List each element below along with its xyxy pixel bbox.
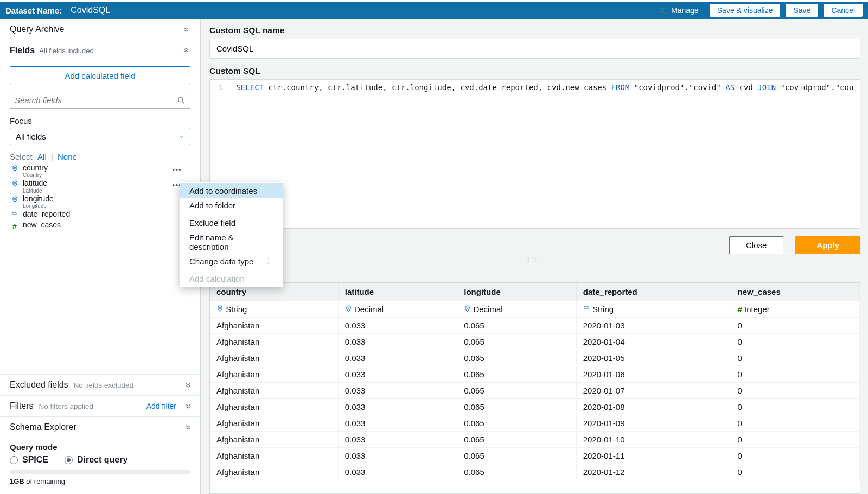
main-area: Custom SQL name Custom SQL 1 SELECT ctr.… — [201, 19, 868, 494]
pin-icon — [464, 305, 471, 312]
app-header: Dataset Name: CovidSQL Manage Save & vis… — [0, 2, 868, 19]
dataset-tab-row: Dataset — [209, 265, 860, 282]
cancel-button[interactable]: Cancel — [824, 4, 863, 17]
svg-point-1 — [14, 167, 16, 169]
field-context-menu: Add to coordinates Add to folder Exclude… — [180, 182, 283, 287]
field-item-longitude[interactable]: longitudeLongitude — [10, 194, 190, 210]
left-panel: Query Archive FieldsAll fields included … — [0, 19, 201, 494]
tag-icon — [11, 211, 18, 218]
field-item-new_cases[interactable]: #new_cases — [10, 220, 190, 231]
ctx-add-calculation: Add calculation — [180, 271, 283, 286]
hash-icon: # — [12, 222, 17, 231]
fields-body: Add calculated field Focus All fields Se… — [0, 61, 200, 237]
table-row[interactable]: Afghanistan0.0330.0652020-01-040 — [210, 334, 860, 350]
svg-point-2 — [14, 182, 16, 184]
column-type-cell[interactable]: String — [576, 301, 731, 318]
ctx-add-to-coordinates[interactable]: Add to coordinates — [180, 183, 283, 198]
chevron-right-icon: 〉 — [267, 257, 273, 266]
pin-icon — [216, 305, 224, 312]
table-row[interactable]: Afghanistan0.0330.0652020-01-120 — [210, 464, 860, 480]
table-row[interactable]: Afghanistan0.0330.0652020-01-110 — [210, 448, 860, 464]
pin-icon — [11, 180, 18, 187]
field-more-icon[interactable]: ••• — [172, 166, 182, 174]
column-type-cell[interactable]: # Integer — [731, 301, 859, 318]
select-all-link[interactable]: All — [37, 152, 47, 161]
field-item-country[interactable]: countryCountry••• — [10, 163, 190, 179]
table-row[interactable]: Afghanistan0.0330.0652020-01-100 — [210, 432, 860, 448]
chevron-double-down-icon — [184, 402, 193, 410]
spice-progress-bar — [10, 470, 190, 474]
manage-button[interactable]: Manage — [654, 4, 704, 17]
table-row[interactable]: Afghanistan0.0330.0652020-01-060 — [210, 366, 860, 383]
ctx-exclude-field[interactable]: Exclude field — [180, 216, 283, 230]
svg-point-0 — [178, 97, 183, 102]
tag-icon — [583, 305, 590, 312]
column-header-longitude[interactable]: longitude — [457, 283, 576, 301]
chevron-double-down-icon — [184, 381, 193, 389]
data-preview-grid[interactable]: countrylatitudelongitudedate_reportednew… — [209, 282, 860, 494]
fields-header[interactable]: FieldsAll fields included — [0, 40, 200, 61]
svg-point-3 — [14, 198, 16, 199]
excluded-fields-header[interactable]: Excluded fields No fields excluded — [0, 375, 200, 396]
dataset-name-input[interactable]: CovidSQL — [69, 4, 194, 17]
custom-sql-name-label: Custom SQL name — [209, 26, 860, 35]
sliders-icon — [659, 6, 668, 15]
ctx-edit-name[interactable]: Edit name & description — [180, 230, 283, 254]
close-button[interactable]: Close — [729, 236, 783, 254]
table-row[interactable]: Afghanistan0.0330.0652020-01-090 — [210, 415, 860, 432]
schema-explorer-header[interactable]: Schema Explorer — [0, 417, 200, 438]
table-row[interactable]: Afghanistan0.0330.0652020-01-080 — [210, 399, 860, 415]
pin-icon — [345, 305, 352, 312]
svg-point-4 — [219, 307, 221, 309]
focus-select[interactable]: All fields — [10, 128, 190, 145]
chevron-double-down-icon — [184, 423, 193, 432]
dataset-name-label: Dataset Name: — [5, 6, 62, 15]
filters-header[interactable]: Filters No filters applied Add filter — [0, 396, 200, 417]
custom-sql-name-input[interactable] — [209, 39, 860, 59]
chevron-down-icon — [178, 134, 184, 140]
custom-sql-section: Custom SQL 1 SELECT ctr.country, ctr.lat… — [209, 66, 860, 229]
select-none-link[interactable]: None — [58, 152, 77, 161]
resize-handle[interactable]: :::::::::::::::: — [209, 257, 860, 262]
table-row[interactable]: Afghanistan0.0330.0652020-01-050 — [210, 350, 860, 366]
hash-icon: # — [738, 305, 742, 314]
query-mode-section: Query mode SPICE Direct query 1GB of rem… — [0, 438, 200, 494]
column-header-new_cases[interactable]: new_cases — [731, 283, 859, 301]
query-archive-header[interactable]: Query Archive — [0, 19, 200, 40]
svg-point-6 — [467, 307, 468, 309]
table-row[interactable]: Afghanistan0.0330.0652020-01-070 — [210, 383, 860, 399]
search-fields-input[interactable] — [10, 92, 190, 109]
apply-button[interactable]: Apply — [795, 236, 860, 254]
column-header-date_reported[interactable]: date_reported — [576, 283, 731, 301]
sql-editor[interactable]: 1 SELECT ctr.country, ctr.latitude, ctr.… — [209, 79, 860, 229]
field-item-latitude[interactable]: latitudeLatitude••• — [10, 179, 190, 194]
ctx-add-to-folder[interactable]: Add to folder — [180, 198, 283, 213]
pin-icon — [11, 196, 18, 203]
table-row[interactable]: Afghanistan0.0330.0652020-01-030 — [210, 318, 860, 334]
spice-remaining-text: 1GB of remaining — [10, 477, 190, 485]
field-item-date_reported[interactable]: date_reported — [10, 210, 190, 220]
column-type-cell[interactable]: String — [210, 301, 338, 318]
save-button[interactable]: Save — [786, 4, 818, 17]
search-icon — [177, 96, 186, 105]
save-visualize-button[interactable]: Save & visualize — [710, 4, 781, 17]
add-calculated-field-button[interactable]: Add calculated field — [10, 66, 190, 85]
focus-label: Focus — [10, 116, 190, 125]
column-type-cell[interactable]: Decimal — [338, 301, 457, 318]
select-all-none-row: Select All | None — [10, 152, 190, 161]
column-type-cell[interactable]: Decimal — [457, 301, 576, 318]
chevron-double-up-icon — [182, 46, 190, 55]
ctx-change-data-type[interactable]: Change data type〉 — [180, 254, 283, 269]
chevron-double-down-icon — [182, 25, 190, 34]
svg-point-5 — [348, 307, 349, 309]
editor-actions: data ▮▮▮ Athena Close Apply — [209, 236, 860, 254]
column-header-latitude[interactable]: latitude — [338, 283, 457, 301]
direct-query-radio[interactable]: Direct query — [65, 455, 127, 465]
spice-radio[interactable]: SPICE — [10, 455, 48, 465]
pin-icon — [11, 165, 18, 172]
add-filter-link[interactable]: Add filter — [146, 402, 176, 410]
